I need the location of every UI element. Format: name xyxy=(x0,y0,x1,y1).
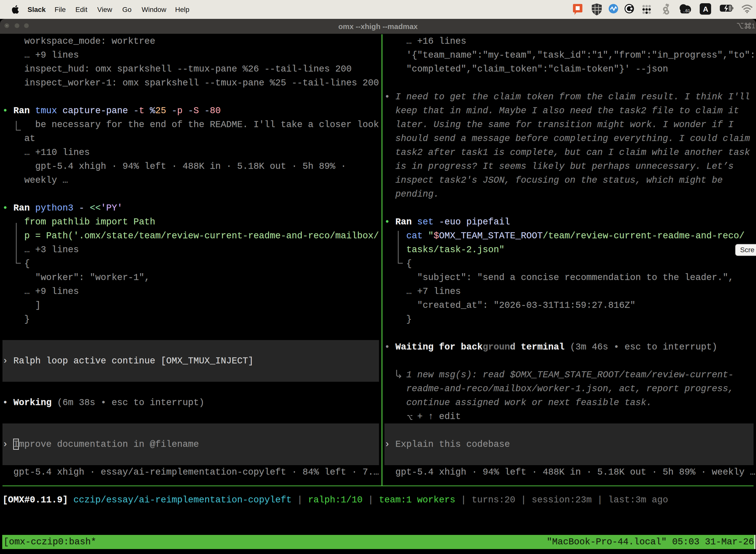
svg-text:..61: ..61 xyxy=(683,8,690,13)
svg-text:1: 1 xyxy=(752,22,755,29)
svg-text:A: A xyxy=(703,5,708,13)
